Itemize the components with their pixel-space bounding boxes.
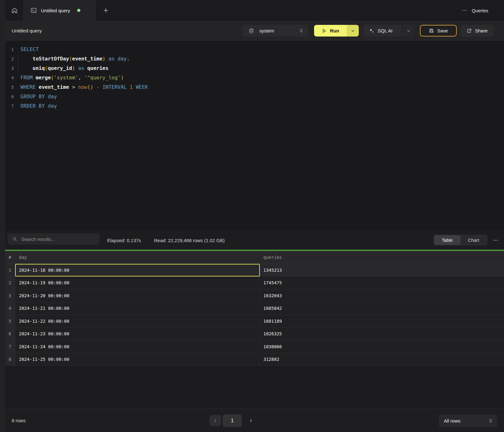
column-header-day[interactable]: day	[15, 251, 260, 264]
run-button[interactable]: Run	[314, 25, 347, 37]
share-label: Share	[475, 28, 488, 33]
code-line[interactable]: 1SELECT	[5, 45, 504, 54]
code-text: uniq(query_id) as queries	[16, 64, 108, 73]
cell-day[interactable]: 2024-11-20 00:00:00	[15, 289, 260, 302]
rows-per-page-value: All rows	[444, 418, 488, 423]
results-toolbar: Elapsed: 0.137s Read: 22,229,488 rows (1…	[5, 231, 504, 250]
row-count: 8 rows	[12, 409, 26, 432]
save-icon	[429, 28, 434, 33]
page-number-button[interactable]: 1	[223, 414, 242, 427]
chevron-down-icon	[406, 29, 411, 33]
run-label: Run	[330, 28, 339, 33]
table-row: 22024-11-19 00:00:001745475	[5, 277, 504, 290]
code-text: SELECT	[16, 45, 39, 54]
table-row: 12024-11-18 00:00:001345213	[5, 264, 504, 277]
column-header-index[interactable]: #	[5, 251, 15, 264]
play-icon	[322, 28, 327, 33]
tab-untitled-query[interactable]: Untitled query	[23, 0, 96, 21]
line-number: 4	[5, 73, 16, 82]
code-line[interactable]: 4FROM merge('system', '^query_log')	[5, 73, 504, 82]
cell-day[interactable]: 2024-11-22 00:00:00	[15, 315, 260, 327]
unsaved-changes-dot	[77, 9, 80, 12]
home-icon	[11, 7, 18, 14]
chevron-up-down-icon	[488, 418, 493, 423]
results-footer: 8 rows 1 All rows	[5, 408, 504, 432]
sql-ai-button[interactable]: SQL AI	[364, 25, 402, 37]
table-row: 32024-11-20 00:00:001632043	[5, 289, 504, 302]
database-selector[interactable]: system	[243, 25, 308, 37]
cell-day[interactable]: 2024-11-18 00:00:00	[15, 264, 260, 276]
sql-ai-options-button[interactable]	[402, 25, 415, 37]
save-button[interactable]: Save	[420, 25, 457, 37]
tab-title: Untitled query	[41, 8, 70, 13]
code-line[interactable]: 6GROUP BY day	[5, 92, 504, 101]
tab-table-view[interactable]: Table	[434, 235, 461, 245]
cell-day[interactable]: 2024-11-21 00:00:00	[15, 302, 260, 315]
table-row: 62024-11-23 00:00:001026325	[5, 328, 504, 341]
search-icon	[12, 236, 17, 242]
row-index[interactable]: 3	[5, 289, 15, 302]
chevron-left-icon	[213, 418, 218, 423]
chevron-up-down-icon	[299, 28, 304, 33]
page-title: Untitled query	[12, 21, 42, 41]
line-number: 2	[5, 54, 16, 64]
tabs-more-button[interactable]	[461, 8, 467, 13]
cell-queries[interactable]: 1685842	[260, 302, 504, 315]
view-toggle: Table Chart	[433, 235, 487, 246]
code-text: ORDER BY day	[16, 101, 57, 111]
cell-day[interactable]: 2024-11-24 00:00:00	[15, 340, 260, 353]
tab-chart-view[interactable]: Chart	[461, 235, 487, 245]
results-more-button[interactable]	[491, 231, 501, 250]
new-tab-button[interactable]	[98, 0, 113, 21]
code-line[interactable]: 7ORDER BY day	[5, 101, 504, 111]
code-line[interactable]: 2 toStartOfDay(event_time) as day,	[5, 54, 504, 64]
code-text: WHERE event_time > now() - INTERVAL 1 WE…	[16, 82, 148, 92]
table-row: 52024-11-22 00:00:001601189	[5, 315, 504, 328]
run-options-button[interactable]	[347, 25, 359, 37]
cell-queries[interactable]: 1601189	[260, 315, 504, 327]
line-number: 5	[5, 82, 16, 92]
cell-queries[interactable]: 312882	[260, 353, 504, 366]
cell-day[interactable]: 2024-11-25 00:00:00	[15, 353, 260, 366]
cell-day[interactable]: 2024-11-19 00:00:00	[15, 277, 260, 289]
cell-queries[interactable]: 1632043	[260, 289, 504, 302]
row-index[interactable]: 8	[5, 353, 15, 366]
home-button[interactable]	[6, 0, 23, 21]
row-index[interactable]: 5	[5, 315, 15, 327]
queries-link[interactable]: Queries	[472, 8, 488, 13]
rows-read-stat: Read: 22,229,488 rows (1.02 GB)	[154, 231, 225, 250]
rows-per-page-selector[interactable]: All rows	[439, 414, 497, 427]
ellipsis-icon	[493, 237, 499, 243]
indent-guide	[18, 54, 18, 73]
run-button-group: Run	[314, 25, 359, 37]
tab-bar: Untitled query Queries	[5, 0, 504, 21]
previous-page-button[interactable]	[209, 415, 221, 426]
cell-queries[interactable]: 1745475	[260, 277, 504, 289]
code-line[interactable]: 5WHERE event_time > now() - INTERVAL 1 W…	[5, 82, 504, 92]
share-icon	[467, 28, 472, 33]
column-header-queries[interactable]: queries	[260, 251, 504, 264]
chevron-right-icon	[249, 418, 253, 423]
database-selector-value: system	[259, 28, 299, 33]
row-index[interactable]: 2	[5, 277, 15, 289]
code-text: FROM merge('system', '^query_log')	[16, 73, 124, 82]
code-line[interactable]: 3 uniq(query_id) as queries	[5, 64, 504, 73]
row-index[interactable]: 7	[5, 340, 15, 353]
sql-editor[interactable]: 1SELECT2 toStartOfDay(event_time) as day…	[5, 41, 504, 231]
row-index[interactable]: 1	[5, 264, 15, 276]
search-results-box[interactable]	[8, 233, 100, 245]
cell-queries[interactable]: 1026325	[260, 328, 504, 340]
line-number: 1	[5, 45, 16, 54]
next-page-button[interactable]	[245, 415, 256, 426]
row-index[interactable]: 4	[5, 302, 15, 315]
cell-queries[interactable]: 1038066	[260, 340, 504, 353]
search-results-input[interactable]	[21, 236, 84, 242]
save-label: Save	[437, 28, 448, 33]
share-button[interactable]: Share	[461, 25, 494, 37]
table-row: 72024-11-24 00:00:001038066	[5, 340, 504, 353]
cell-day[interactable]: 2024-11-23 00:00:00	[15, 328, 260, 340]
row-index[interactable]: 6	[5, 328, 15, 340]
cell-queries[interactable]: 1345213	[260, 264, 504, 276]
table-row: 82024-11-25 00:00:00312882	[5, 353, 504, 366]
sql-ai-label: SQL AI	[378, 28, 392, 33]
